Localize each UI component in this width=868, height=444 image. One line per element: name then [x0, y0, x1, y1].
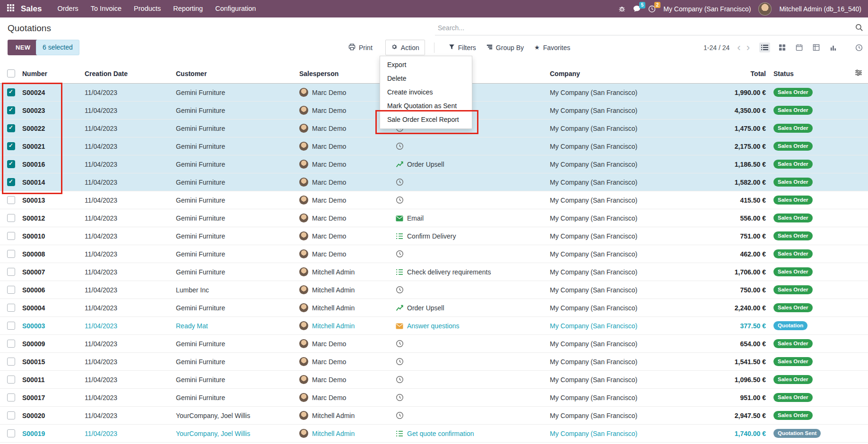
table-row[interactable]: S00010 11/04/2023 Gemini Furniture Marc …	[0, 227, 868, 245]
bug-icon[interactable]	[618, 5, 625, 12]
search-icon[interactable]	[855, 24, 863, 32]
activity-clock-icon[interactable]	[396, 286, 404, 294]
table-row[interactable]: S00007 11/04/2023 Gemini Furniture Mitch…	[0, 263, 868, 281]
activity-chart-icon[interactable]	[396, 160, 404, 168]
messages-icon[interactable]: 5	[633, 5, 641, 12]
activity-clock-icon[interactable]	[396, 411, 404, 419]
pager-next-icon[interactable]: ›	[744, 43, 753, 53]
table-row[interactable]: S00005 11/04/2023 Deco Addict Marc Demo …	[0, 443, 868, 444]
action-menu-item-mark-quotation-as-sent[interactable]: Mark Quotation as Sent	[380, 99, 472, 113]
row-checkbox[interactable]	[7, 232, 15, 240]
row-checkbox[interactable]	[7, 268, 15, 276]
activity-email_orange-icon[interactable]	[396, 323, 404, 329]
list-view-icon[interactable]	[759, 43, 770, 52]
action-menu-item-export[interactable]: Export	[380, 58, 472, 72]
header-number[interactable]: Number	[21, 64, 83, 84]
activity-list-icon[interactable]	[396, 233, 404, 239]
activity-email_green-icon[interactable]	[396, 215, 404, 222]
select-all-checkbox[interactable]	[7, 69, 15, 77]
row-checkbox[interactable]	[7, 142, 15, 150]
activity-chart-icon[interactable]	[396, 304, 404, 312]
table-row[interactable]: S00008 11/04/2023 Gemini Furniture Marc …	[0, 245, 868, 263]
row-checkbox[interactable]	[7, 178, 15, 186]
activity-clock-icon[interactable]	[396, 178, 404, 186]
activity-clock-icon[interactable]	[396, 393, 404, 401]
row-checkbox[interactable]	[7, 286, 15, 294]
row-checkbox[interactable]	[7, 304, 15, 312]
row-checkbox[interactable]	[7, 124, 15, 132]
kanban-view-icon[interactable]	[777, 43, 787, 52]
row-checkbox[interactable]	[7, 322, 15, 330]
row-checkbox[interactable]	[7, 358, 15, 366]
table-row[interactable]: S00021 11/04/2023 Gemini Furniture Marc …	[0, 137, 868, 155]
filters-button[interactable]: Filters	[443, 40, 481, 55]
table-row[interactable]: S00003 11/04/2023 Ready Mat Mitchell Adm…	[0, 317, 868, 335]
action-button[interactable]: Action	[385, 40, 425, 55]
menu-reporting[interactable]: Reporting	[167, 0, 209, 17]
menu-configuration[interactable]: Configuration	[209, 0, 262, 17]
row-checkbox[interactable]	[7, 160, 15, 168]
activity-list-icon[interactable]	[396, 430, 404, 437]
print-button[interactable]: Print	[343, 40, 378, 55]
row-checkbox[interactable]	[7, 340, 15, 348]
header-status[interactable]: Status	[768, 64, 840, 84]
menu-to-invoice[interactable]: To Invoice	[85, 0, 128, 17]
creation-date: 11/04/2023	[83, 281, 174, 299]
pivot-view-icon[interactable]	[811, 43, 821, 52]
row-checkbox[interactable]	[7, 250, 15, 258]
row-checkbox[interactable]	[7, 376, 15, 384]
row-checkbox[interactable]	[7, 196, 15, 204]
table-row[interactable]: S00012 11/04/2023 Gemini Furniture Marc …	[0, 209, 868, 227]
table-row[interactable]: S00016 11/04/2023 Gemini Furniture Marc …	[0, 155, 868, 173]
activity-clock-icon[interactable]	[396, 142, 404, 150]
activity-list-icon[interactable]	[396, 269, 404, 275]
total-amount: 2,947.50 €	[723, 407, 768, 425]
optional-columns-icon[interactable]	[855, 70, 862, 77]
favorites-button[interactable]: ★ Favorites	[529, 40, 575, 55]
header-company[interactable]: Company	[548, 64, 723, 84]
action-menu-item-create-invoices[interactable]: Create invoices	[380, 85, 472, 99]
activity-clock-icon[interactable]	[396, 250, 404, 258]
header-creation-date[interactable]: Creation Date	[83, 64, 174, 84]
row-checkbox[interactable]	[7, 214, 15, 222]
row-checkbox[interactable]	[7, 429, 15, 437]
table-row[interactable]: S00015 11/04/2023 Gemini Furniture Marc …	[0, 353, 868, 371]
new-button[interactable]: NEW	[8, 40, 38, 55]
group-by-button[interactable]: Group By	[481, 40, 529, 55]
graph-view-icon[interactable]	[828, 43, 838, 52]
search-input[interactable]	[435, 24, 855, 32]
company-switcher[interactable]: My Company (San Francisco)	[663, 5, 751, 13]
table-row[interactable]: S00013 11/04/2023 Gemini Furniture Marc …	[0, 191, 868, 209]
table-row[interactable]: S00004 11/04/2023 Gemini Furniture Mitch…	[0, 299, 868, 317]
apps-menu-button[interactable]	[0, 4, 21, 13]
selected-count-badge[interactable]: 6 selected	[36, 40, 79, 55]
table-row[interactable]: S00009 11/04/2023 Gemini Furniture Marc …	[0, 335, 868, 353]
menu-products[interactable]: Products	[128, 0, 167, 17]
header-customer[interactable]: Customer	[174, 64, 298, 84]
user-menu[interactable]: Mitchell Admin (db_16_540)	[779, 5, 861, 13]
header-total[interactable]: Total	[723, 64, 768, 84]
menu-orders[interactable]: Orders	[51, 0, 84, 17]
action-menu-item-delete[interactable]: Delete	[380, 72, 472, 85]
activity-view-icon[interactable]	[854, 43, 864, 53]
activity-clock-icon[interactable]	[396, 196, 404, 204]
activity-clock-icon[interactable]	[396, 358, 404, 366]
table-row[interactable]: S00017 11/04/2023 Gemini Furniture Marc …	[0, 389, 868, 407]
user-avatar[interactable]	[758, 2, 772, 16]
app-name[interactable]: Sales	[21, 4, 42, 14]
activity-clock-icon[interactable]	[396, 340, 404, 348]
table-row[interactable]: S00006 11/04/2023 Lumber Inc Mitchell Ad…	[0, 281, 868, 299]
table-row[interactable]: S00019 11/04/2023 YourCompany, Joel Will…	[0, 425, 868, 443]
action-menu-item-sale-order-excel-report[interactable]: Sale Order Excel Report	[380, 113, 472, 127]
calendar-view-icon[interactable]	[794, 43, 804, 52]
row-checkbox[interactable]	[7, 106, 15, 114]
row-checkbox[interactable]	[7, 393, 15, 401]
table-row[interactable]: S00020 11/04/2023 YourCompany, Joel Will…	[0, 407, 868, 425]
pager-previous-icon[interactable]: ‹	[734, 43, 743, 53]
table-row[interactable]: S00014 11/04/2023 Gemini Furniture Marc …	[0, 173, 868, 191]
activities-icon[interactable]: 2	[648, 5, 656, 13]
activity-clock-icon[interactable]	[396, 376, 404, 384]
table-row[interactable]: S00011 11/04/2023 Gemini Furniture Marc …	[0, 371, 868, 389]
row-checkbox[interactable]	[7, 88, 15, 96]
row-checkbox[interactable]	[7, 411, 15, 419]
